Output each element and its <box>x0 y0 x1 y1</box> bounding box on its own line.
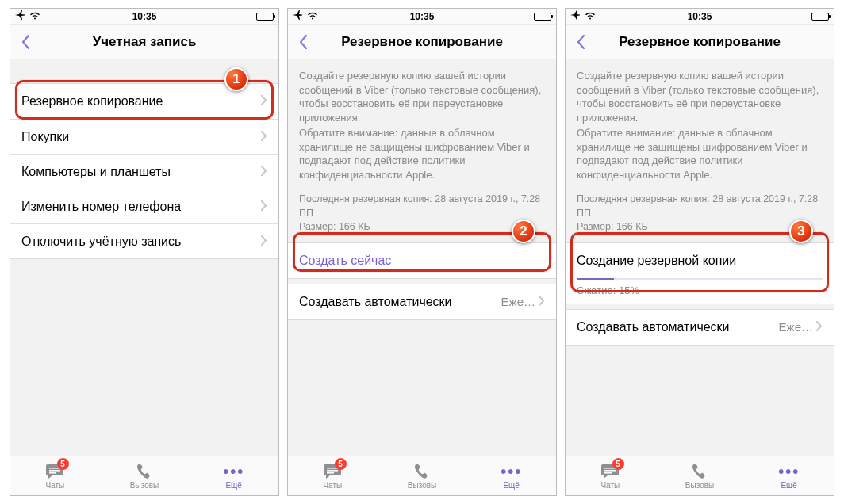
nav-bar: Учетная запись <box>10 25 278 59</box>
row-desktops[interactable]: Компьютеры и планшеты <box>10 154 278 189</box>
tab-label: Вызовы <box>408 481 436 490</box>
wifi-icon <box>29 11 40 22</box>
row-value: Еже… <box>501 295 535 308</box>
row-label: Резервное копирование <box>21 94 163 109</box>
airplane-mode-icon <box>15 10 26 22</box>
svg-rect-4 <box>327 470 338 472</box>
chevron-right-icon <box>261 94 267 109</box>
status-time: 10:35 <box>10 11 278 22</box>
svg-rect-7 <box>604 470 616 472</box>
row-label: Создать сейчас <box>299 254 391 268</box>
status-bar: 10:35 <box>288 9 556 25</box>
row-change-number[interactable]: Изменить номер телефона <box>10 189 278 223</box>
description-text: Создайте резервную копию вашей истории с… <box>288 59 556 188</box>
svg-rect-2 <box>49 472 56 474</box>
page-title: Резервное копирование <box>566 34 834 50</box>
page-title: Учетная запись <box>10 34 278 50</box>
svg-rect-1 <box>49 470 60 472</box>
nav-bar: Резервное копирование <box>566 25 834 59</box>
auto-list: Создавать автоматически Еже… <box>566 309 834 346</box>
phone-screen-1: 10:35 Учетная запись Резервное копирован… <box>10 8 279 496</box>
tab-label: Вызовы <box>130 481 159 490</box>
wifi-icon <box>585 11 596 22</box>
airplane-mode-icon <box>293 10 304 22</box>
content-area: Создайте резервную копию вашей истории с… <box>566 59 834 456</box>
progress-bar <box>577 278 823 280</box>
badge-count: 5 <box>57 458 69 470</box>
row-value: Еже… <box>779 320 813 334</box>
more-icon: ••• <box>778 463 800 480</box>
row-purchases[interactable]: Покупки <box>10 119 278 154</box>
action-list: Создать сейчас <box>288 242 556 279</box>
chevron-right-icon <box>261 235 267 249</box>
tab-more[interactable]: ••• Ещё <box>744 456 834 495</box>
phone-screen-3: 10:35 Резервное копирование Создайте рез… <box>565 8 834 496</box>
row-label: Создание резервной копии <box>577 254 736 268</box>
action-list: Создание резервной копии Сжатие: 15% <box>566 242 834 304</box>
tab-label: Чаты <box>45 481 64 490</box>
row-deactivate[interactable]: Отключить учётную запись <box>10 223 278 258</box>
nav-bar: Резервное копирование <box>288 25 556 59</box>
row-label: Изменить номер телефона <box>21 200 181 214</box>
tab-label: Чаты <box>323 481 342 490</box>
tab-chats[interactable]: Чаты 5 <box>10 456 100 495</box>
create-now-button[interactable]: Создать сейчас <box>288 243 556 278</box>
tab-calls[interactable]: Вызовы <box>378 456 467 495</box>
back-button[interactable] <box>566 25 597 59</box>
content-area: Резервное копирование Покупки Компьютеры… <box>10 59 278 456</box>
tab-calls[interactable]: Вызовы <box>655 456 745 495</box>
battery-icon <box>534 13 551 21</box>
creating-backup-row: Создание резервной копии <box>566 243 834 278</box>
tab-chats[interactable]: Чаты 5 <box>288 456 378 495</box>
chevron-right-icon <box>261 130 267 144</box>
progress-row: Сжатие: 15% <box>566 278 834 304</box>
backup-meta: Последняя резервная копия: 28 августа 20… <box>288 188 556 242</box>
tab-label: Чаты <box>600 481 620 490</box>
tab-label: Вызовы <box>685 481 714 490</box>
back-button[interactable] <box>10 25 42 59</box>
tab-more[interactable]: ••• Ещё <box>466 456 556 495</box>
chevron-right-icon <box>261 200 267 214</box>
progress-label: Сжатие: 15% <box>577 284 639 296</box>
tab-label: Ещё <box>225 481 241 490</box>
tab-calls[interactable]: Вызовы <box>100 456 190 495</box>
page-title: Резервное копирование <box>288 34 556 50</box>
phone-icon <box>136 463 153 480</box>
back-button[interactable] <box>288 25 320 59</box>
svg-rect-8 <box>604 472 612 474</box>
auto-list: Создавать автоматически Еже… <box>288 284 556 320</box>
more-icon: ••• <box>223 463 244 480</box>
wifi-icon <box>307 11 318 22</box>
row-label: Создавать автоматически <box>299 295 452 309</box>
status-bar: 10:35 <box>10 9 278 25</box>
row-label: Покупки <box>21 130 69 144</box>
row-auto-backup[interactable]: Создавать автоматически Еже… <box>288 284 556 319</box>
tab-label: Ещё <box>503 481 519 490</box>
chevron-right-icon <box>816 320 823 334</box>
battery-icon <box>256 13 274 21</box>
tab-label: Ещё <box>781 481 796 490</box>
phone-icon <box>691 463 708 480</box>
battery-icon <box>811 13 829 21</box>
more-icon: ••• <box>501 463 522 480</box>
row-label: Компьютеры и планшеты <box>21 165 171 179</box>
badge-count: 5 <box>612 458 624 470</box>
svg-rect-5 <box>327 472 334 474</box>
description-text: Создайте резервную копию вашей истории с… <box>566 59 834 188</box>
row-label: Создавать автоматически <box>577 320 730 334</box>
badge-count: 5 <box>335 458 347 470</box>
tab-chats[interactable]: Чаты 5 <box>566 456 655 495</box>
tab-bar: Чаты 5 Вызовы ••• Ещё <box>10 456 278 495</box>
airplane-mode-icon <box>570 10 581 22</box>
row-auto-backup[interactable]: Создавать автоматически Еже… <box>566 310 834 345</box>
row-label: Отключить учётную запись <box>21 235 181 249</box>
tab-more[interactable]: ••• Ещё <box>189 456 278 495</box>
chevron-right-icon <box>539 295 545 309</box>
tab-bar: Чаты 5 Вызовы ••• Ещё <box>566 456 834 495</box>
phone-icon <box>413 463 431 480</box>
content-area: Создайте резервную копию вашей истории с… <box>288 59 556 456</box>
row-backup[interactable]: Резервное копирование <box>10 84 278 119</box>
progress-fill <box>577 278 614 280</box>
backup-meta: Последняя резервная копия: 28 августа 20… <box>566 188 834 242</box>
status-time: 10:35 <box>288 11 556 22</box>
